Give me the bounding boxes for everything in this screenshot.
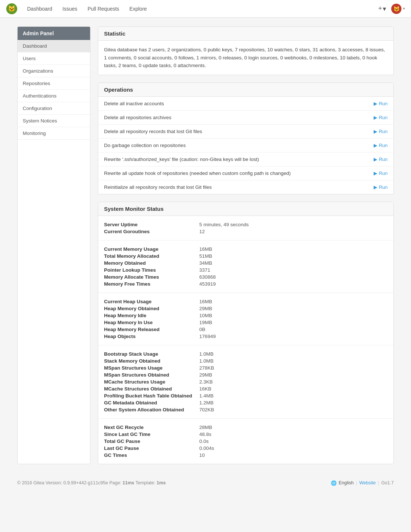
sidebar-item-authentications[interactable]: Authentications (18, 90, 90, 102)
footer-template-label: Template: (136, 480, 157, 485)
nav-explore[interactable]: Explore (124, 1, 152, 17)
monitor-value: 12 (199, 229, 205, 234)
monitor-label: Stack Memory Obtained (104, 358, 199, 364)
monitor-section: Current Memory Usage 16MB Total Memory A… (98, 241, 393, 293)
run-button[interactable]: ▶ Run (374, 184, 388, 190)
monitor-value: 16KB (199, 386, 211, 392)
monitor-label: Pointer Lookup Times (104, 267, 199, 273)
run-button[interactable]: ▶ Run (374, 157, 388, 162)
monitor-section: Bootstrap Stack Usage 1.0MB Stack Memory… (98, 345, 393, 419)
monitor-label: Total Memory Allocated (104, 253, 199, 259)
run-button[interactable]: ▶ Run (374, 101, 388, 106)
footer-separator2: | (378, 480, 379, 485)
monitor-label: Current Goroutines (104, 229, 199, 234)
monitor-label: Server Uptime (104, 222, 199, 227)
sidebar: Admin Panel Dashboard Users Organization… (17, 26, 90, 464)
user-avatar-button[interactable]: 🐱 ▾ (391, 4, 405, 14)
nav-dashboard[interactable]: Dashboard (22, 1, 58, 17)
run-button[interactable]: ▶ Run (374, 170, 388, 176)
monitor-label: GC Times (104, 452, 199, 458)
monitor-value: 1.0MB (199, 351, 214, 357)
site-logo: 🐱 (6, 3, 18, 15)
monitor-value: 278KB (199, 365, 214, 371)
monitor-row: Heap Memory Idle 10MB (104, 312, 388, 319)
monitor-label: Current Memory Usage (104, 246, 199, 252)
nav-pull-requests[interactable]: Pull Requests (82, 1, 124, 17)
run-icon: ▶ (374, 184, 377, 190)
sidebar-header: Admin Panel (18, 27, 90, 40)
monitor-row: Total Memory Allocated 51MB (104, 253, 388, 260)
monitor-value: 2.3KB (199, 379, 213, 385)
monitor-panel: System Monitor Status Server Uptime 5 mi… (98, 202, 394, 464)
run-icon: ▶ (374, 115, 377, 120)
sidebar-item-system-notices[interactable]: System Notices (18, 115, 90, 127)
sidebar-item-repositories[interactable]: Repositories (18, 77, 90, 90)
statistic-title: Statistic (98, 27, 393, 41)
add-button[interactable]: + ▾ (376, 3, 388, 15)
monitor-value: 1.4MB (199, 393, 214, 399)
monitor-value: 48.8s (199, 432, 211, 437)
footer: © 2016 Gitea Version: 0.9.99+442-g111c95… (0, 473, 411, 493)
content-area: Statistic Gitea database has 2 users, 2 … (98, 26, 394, 464)
run-icon: ▶ (374, 157, 377, 162)
dropdown-icon: ▾ (383, 5, 386, 13)
operation-row: Reinitialize all repository records that… (98, 180, 393, 194)
sidebar-item-monitoring[interactable]: Monitoring (18, 127, 90, 140)
monitor-label: MCache Structures Obtained (104, 386, 199, 392)
monitor-value: 16MB (199, 299, 212, 304)
main-container: Admin Panel Dashboard Users Organization… (11, 26, 400, 464)
monitor-label: Heap Memory Released (104, 327, 199, 332)
navbar-right: + ▾ 🐱 ▾ (376, 3, 405, 15)
footer-page-time: 11ms (123, 480, 134, 485)
monitor-label: Heap Memory Idle (104, 313, 199, 318)
sidebar-item-organizations[interactable]: Organizations (18, 65, 90, 77)
run-label: Run (379, 184, 388, 190)
monitor-label: Next GC Recycle (104, 425, 199, 430)
sidebar-item-users[interactable]: Users (18, 52, 90, 65)
operation-label: Rewrite all update hook of repositories … (104, 170, 291, 176)
run-label: Run (379, 157, 388, 162)
globe-icon: 🌐 (331, 480, 337, 486)
monitor-value: 1.2MB (199, 400, 214, 406)
monitor-row: Pointer Lookup Times 3371 (104, 267, 388, 274)
monitor-row: Stack Memory Obtained 1.0MB (104, 357, 388, 364)
operation-row: Rewrite all update hook of repositories … (98, 166, 393, 180)
run-button[interactable]: ▶ Run (374, 129, 388, 134)
footer-template-time: 1ms (156, 480, 166, 485)
monitor-row: Heap Objects 176949 (104, 333, 388, 340)
sidebar-item-configuration[interactable]: Configuration (18, 102, 90, 115)
monitor-row: Memory Obtained 34MB (104, 260, 388, 267)
monitor-row: Next GC Recycle 28MB (104, 424, 388, 431)
footer-right: 🌐 English | Website | Go1.7 (331, 480, 394, 486)
run-label: Run (379, 170, 388, 176)
footer-language[interactable]: English (339, 480, 354, 485)
monitor-label: Since Last GC Time (104, 432, 199, 437)
monitor-value: 453919 (199, 281, 216, 287)
monitor-row: Server Uptime 5 minutes, 49 seconds (104, 221, 388, 228)
monitor-row: MCache Structures Obtained 16KB (104, 385, 388, 392)
run-button[interactable]: ▶ Run (374, 143, 388, 148)
monitor-label: Memory Allocate Times (104, 274, 199, 280)
nav-issues[interactable]: Issues (58, 1, 82, 17)
run-button[interactable]: ▶ Run (374, 115, 388, 120)
monitor-row: Last GC Pause 0.004s (104, 445, 388, 452)
monitor-label: Other System Allocation Obtained (104, 407, 199, 412)
operation-label: Reinitialize all repository records that… (104, 184, 212, 190)
chevron-down-icon: ▾ (403, 6, 405, 11)
footer-left: © 2016 Gitea Version: 0.9.99+442-g111c95… (17, 480, 166, 485)
run-label: Run (379, 143, 388, 148)
run-label: Run (379, 101, 388, 106)
monitor-label: Total GC Pause (104, 439, 199, 444)
monitor-value: 29MB (199, 372, 212, 378)
monitor-label: Heap Objects (104, 334, 199, 339)
operation-row: Rewrite '.ssh/authorized_keys' file (cau… (98, 153, 393, 166)
monitor-label: Memory Free Times (104, 281, 199, 287)
monitor-row: Current Goroutines 12 (104, 228, 388, 235)
plus-icon: + (378, 5, 382, 12)
monitor-row: Memory Allocate Times 630868 (104, 274, 388, 280)
sidebar-item-dashboard[interactable]: Dashboard (18, 40, 90, 52)
run-label: Run (379, 129, 388, 134)
monitor-value: 16MB (199, 246, 212, 252)
footer-website-link[interactable]: Website (359, 480, 376, 485)
monitor-label: MSpan Structures Obtained (104, 372, 199, 378)
